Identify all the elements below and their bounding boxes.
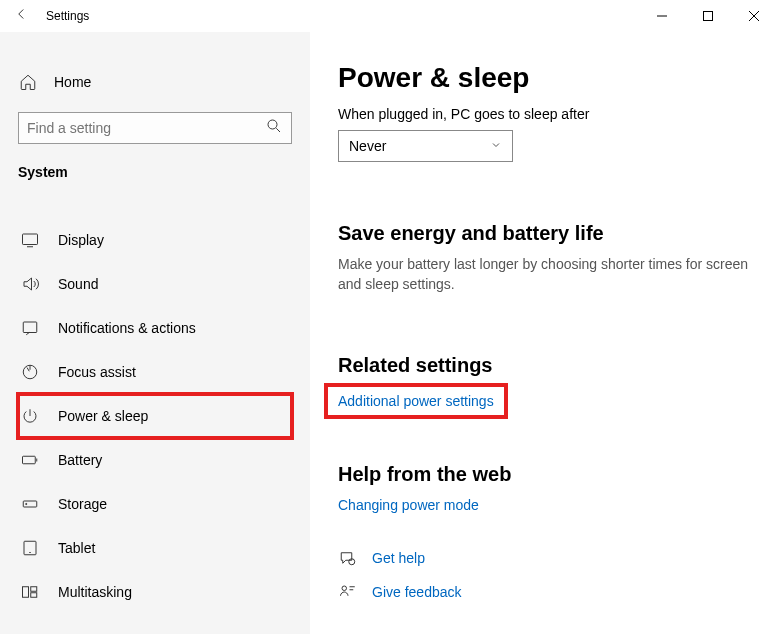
- sidebar-item-battery[interactable]: Battery: [18, 438, 292, 482]
- back-button[interactable]: [12, 5, 30, 27]
- storage-icon: [20, 494, 40, 514]
- give-feedback-link[interactable]: Give feedback: [372, 584, 462, 600]
- sleep-dropdown[interactable]: Never: [338, 130, 513, 162]
- svg-point-1: [268, 120, 277, 129]
- content-pane: Power & sleep When plugged in, PC goes t…: [310, 32, 777, 634]
- power-icon: [20, 406, 40, 426]
- display-icon: [20, 230, 40, 250]
- get-help-icon: [338, 548, 358, 568]
- chevron-down-icon: [490, 138, 502, 154]
- svg-point-12: [342, 586, 347, 591]
- sidebar-item-label: Power & sleep: [58, 408, 148, 424]
- sidebar-item-notifications[interactable]: Notifications & actions: [18, 306, 292, 350]
- dropdown-value: Never: [349, 138, 386, 154]
- sidebar: Home System Display Sound Notifications …: [0, 32, 310, 634]
- get-help-link[interactable]: Get help: [372, 550, 425, 566]
- battery-icon: [20, 450, 40, 470]
- svg-rect-8: [23, 587, 29, 598]
- section-header: System: [18, 164, 292, 180]
- additional-power-link[interactable]: Additional power settings: [328, 387, 504, 415]
- search-icon: [265, 117, 283, 139]
- home-label: Home: [54, 74, 91, 90]
- sidebar-item-label: Storage: [58, 496, 107, 512]
- page-title: Power & sleep: [338, 62, 749, 94]
- energy-title: Save energy and battery life: [338, 222, 749, 245]
- maximize-button[interactable]: [685, 0, 731, 32]
- sidebar-item-label: Focus assist: [58, 364, 136, 380]
- sidebar-item-storage[interactable]: Storage: [18, 482, 292, 526]
- sidebar-item-sound[interactable]: Sound: [18, 262, 292, 306]
- sidebar-item-label: Tablet: [58, 540, 95, 556]
- svg-rect-10: [31, 593, 37, 598]
- notifications-icon: [20, 318, 40, 338]
- sleep-field-label: When plugged in, PC goes to sleep after: [338, 106, 749, 122]
- minimize-button[interactable]: [639, 0, 685, 32]
- feedback-icon: [338, 582, 358, 602]
- multitasking-icon: [20, 582, 40, 602]
- titlebar: Settings: [0, 0, 777, 32]
- svg-rect-0: [704, 12, 713, 21]
- sidebar-item-label: Display: [58, 232, 104, 248]
- home-nav[interactable]: Home: [18, 62, 292, 102]
- svg-rect-2: [23, 234, 38, 245]
- svg-rect-3: [23, 322, 37, 333]
- window-title: Settings: [46, 9, 89, 23]
- focus-icon: [20, 362, 40, 382]
- svg-rect-4: [23, 456, 36, 464]
- tablet-icon: [20, 538, 40, 558]
- search-input[interactable]: [27, 120, 265, 136]
- help-title: Help from the web: [338, 463, 749, 486]
- sidebar-item-focus[interactable]: Focus assist: [18, 350, 292, 394]
- home-icon: [18, 72, 38, 92]
- sound-icon: [20, 274, 40, 294]
- sidebar-item-label: Notifications & actions: [58, 320, 196, 336]
- sidebar-item-label: Multitasking: [58, 584, 132, 600]
- sidebar-item-multitasking[interactable]: Multitasking: [18, 570, 292, 614]
- svg-rect-9: [31, 587, 37, 592]
- sidebar-item-display[interactable]: Display: [18, 218, 292, 262]
- energy-desc: Make your battery last longer by choosin…: [338, 255, 749, 294]
- svg-point-6: [26, 503, 27, 504]
- changing-power-link[interactable]: Changing power mode: [338, 497, 479, 513]
- sidebar-item-label: Sound: [58, 276, 98, 292]
- sidebar-item-label: Battery: [58, 452, 102, 468]
- search-box[interactable]: [18, 112, 292, 144]
- related-title: Related settings: [338, 354, 749, 377]
- sidebar-item-power[interactable]: Power & sleep: [18, 394, 292, 438]
- close-button[interactable]: [731, 0, 777, 32]
- sidebar-item-tablet[interactable]: Tablet: [18, 526, 292, 570]
